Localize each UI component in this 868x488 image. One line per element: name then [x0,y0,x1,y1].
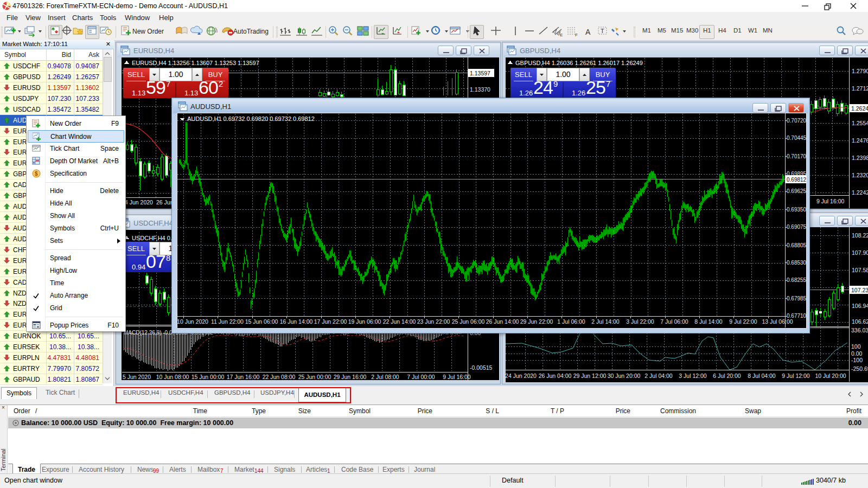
svg-text:336.03: 336.03 [851,327,868,333]
svg-text:AUDUSD,H1 0.69732 0.69820 0.6: AUDUSD,H1 0.69732 0.69820 0.69732 0.6981… [187,115,315,122]
svg-text:10 Jun 08:00: 10 Jun 08:00 [156,374,189,380]
svg-text:107.58: 107.58 [852,267,868,273]
svg-text:3 Jul 12:00: 3 Jul 12:00 [679,373,707,379]
svg-text:-0.00515: -0.00515 [470,364,493,371]
svg-text:0.70445: 0.70445 [787,135,806,141]
svg-text:-100: -100 [851,357,863,363]
svg-text:0.69625: 0.69625 [787,188,806,194]
svg-text:3 Jul 22:00: 3 Jul 22:00 [626,318,654,325]
svg-text:22 Jun 14:00: 22 Jun 14:00 [383,318,416,325]
svg-text:24 Jun 2020: 24 Jun 2020 [505,373,537,379]
svg-text:26 Jun: 26 Jun [156,199,174,206]
svg-text:13 Jul 06:00: 13 Jul 06:00 [762,318,793,325]
svg-text:11 Jun 22:00: 11 Jun 22:00 [211,318,244,325]
svg-text:1.2712: 1.2712 [852,85,868,92]
svg-text:0.70720: 0.70720 [787,118,806,124]
svg-text:0.69812: 0.69812 [787,177,806,183]
svg-text:23 Jun 22:00: 23 Jun 22:00 [417,318,450,325]
svg-text:25 Jun 06:00: 25 Jun 06:00 [452,318,485,325]
svg-text:1.2320: 1.2320 [852,172,868,178]
svg-text:0.70170: 0.70170 [787,153,806,159]
svg-text:2 Jul 04:00: 2 Jul 04:00 [644,373,673,379]
svg-text:15 Jun 00:00: 15 Jun 00:00 [192,374,225,380]
svg-text:0.68805: 0.68805 [787,242,806,248]
svg-text:106.94: 106.94 [852,303,868,309]
svg-text:15 Jun 06:00: 15 Jun 06:00 [245,318,278,325]
svg-text:1.2624: 1.2624 [851,105,868,112]
svg-text:29 Jun 12:00: 29 Jun 12:00 [573,373,607,379]
svg-text:9 Jul 12:00: 9 Jul 12:00 [782,373,810,379]
svg-text:16 Jun 14:00: 16 Jun 14:00 [280,318,313,325]
svg-text:1.2790: 1.2790 [852,68,868,74]
svg-text:10 Jul 20:00: 10 Jul 20:00 [815,373,846,379]
svg-text:1.2398: 1.2398 [852,155,868,161]
svg-text:T: T [601,28,604,34]
svg-text:9 Jul 16:00: 9 Jul 16:00 [816,198,845,204]
svg-text:26 Jun 04:00: 26 Jun 04:00 [539,373,572,379]
svg-text:17 Jun 16:00: 17 Jun 16:00 [227,374,260,380]
svg-text:19 Jun 06:00: 19 Jun 06:00 [348,318,381,325]
svg-text:0.68255: 0.68255 [787,277,806,283]
svg-text:107.90: 107.90 [852,249,868,256]
svg-text:0.69075: 0.69075 [787,224,806,230]
svg-text:22 Jun 08:00: 22 Jun 08:00 [263,374,296,380]
svg-text:E: E [560,33,563,37]
svg-text:30 Jun 20:00: 30 Jun 20:00 [608,373,641,379]
svg-text:GBPUSD,H4 1.26036 1.26261 1.2: GBPUSD,H4 1.26036 1.26261 1.26017 1.2624… [515,60,643,66]
svg-text:26 Jun 14:00: 26 Jun 14:00 [486,318,519,325]
svg-text:100: 100 [851,343,861,350]
svg-text:$: $ [35,171,38,177]
svg-text:29 Jun 22:00: 29 Jun 22:00 [520,318,553,325]
svg-text:25 Jun 00:00: 25 Jun 00:00 [298,374,331,380]
svg-text:29 Jun 16:00: 29 Jun 16:00 [334,374,367,380]
svg-text:0.68530: 0.68530 [787,260,806,266]
svg-text:7 Jul 06:00: 7 Jul 06:00 [660,318,688,325]
svg-text:106.62: 106.62 [852,318,868,325]
svg-text:0.69350: 0.69350 [787,207,806,213]
svg-text:0.67985: 0.67985 [787,296,806,301]
svg-text:Terminal: Terminal [0,448,7,471]
svg-text:F: F [575,33,578,37]
svg-text:2 Jul 08:00: 2 Jul 08:00 [371,374,399,380]
svg-text:8 Jul 04:00: 8 Jul 04:00 [748,373,776,379]
svg-text:4 Jun 2020: 4 Jun 2020 [125,199,153,206]
svg-text:8 Jul 14:00: 8 Jul 14:00 [694,318,723,325]
svg-text:5 Jun 2020: 5 Jun 2020 [123,374,151,380]
svg-text:108.22: 108.22 [852,232,868,239]
svg-text:0.00: 0.00 [851,350,863,357]
svg-text:1.13597: 1.13597 [470,70,490,76]
svg-text:1.2476: 1.2476 [852,137,868,144]
svg-text:9 Jul 16:00: 9 Jul 16:00 [443,374,471,380]
svg-text:9 Jul 22:00: 9 Jul 22:00 [729,318,757,325]
svg-text:-250.69: -250.69 [851,365,868,372]
svg-text:EURUSD,H4 1.13256 1.13607 1.1: EURUSD,H4 1.13256 1.13607 1.13253 1.1359… [132,60,259,66]
svg-text:17 Jun 22:00: 17 Jun 22:00 [314,318,347,325]
svg-text:1.2242: 1.2242 [852,189,868,196]
svg-text:1 Jul 06:00: 1 Jul 06:00 [557,318,585,325]
svg-text:10 Jun 2020: 10 Jun 2020 [177,318,208,325]
svg-text:107.23: 107.23 [851,287,868,293]
svg-text:2 Jul 14:00: 2 Jul 14:00 [591,318,620,325]
svg-text:1.13370: 1.13370 [470,86,490,93]
svg-text:6 Jul 20:00: 6 Jul 20:00 [713,373,741,379]
svg-text:1.2554: 1.2554 [852,120,868,126]
svg-text:7 Jul 00:00: 7 Jul 00:00 [407,374,435,380]
